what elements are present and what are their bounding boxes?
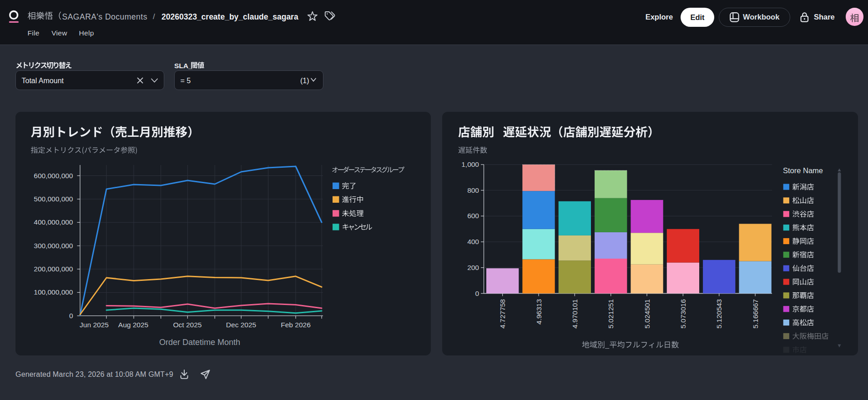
svg-text:5.073016: 5.073016 bbox=[679, 299, 687, 329]
svg-text:4.970101: 4.970101 bbox=[571, 299, 579, 329]
svg-text:5.120543: 5.120543 bbox=[715, 299, 723, 329]
svg-text:Jun 2025: Jun 2025 bbox=[80, 321, 109, 329]
svg-text:1,000: 1,000 bbox=[461, 160, 479, 168]
svg-text:600,000,000: 600,000,000 bbox=[34, 172, 73, 180]
svg-text:4.96313: 4.96313 bbox=[535, 299, 543, 325]
svg-text:Feb 2026: Feb 2026 bbox=[281, 321, 311, 329]
svg-text:5.166667: 5.166667 bbox=[752, 299, 759, 329]
svg-text:Dec 2025: Dec 2025 bbox=[226, 321, 256, 329]
svg-text:400: 400 bbox=[467, 238, 479, 245]
svg-text:Store Name: Store Name bbox=[783, 166, 823, 175]
svg-text:Order Datetime Month: Order Datetime Month bbox=[159, 338, 240, 347]
svg-text:5.024501: 5.024501 bbox=[643, 299, 651, 329]
svg-text:0: 0 bbox=[475, 290, 479, 297]
svg-text:0: 0 bbox=[69, 312, 73, 320]
svg-text:500,000,000: 500,000,000 bbox=[34, 195, 73, 203]
svg-text:200,000,000: 200,000,000 bbox=[34, 265, 73, 273]
svg-text:800: 800 bbox=[467, 186, 479, 194]
svg-text:100,000,000: 100,000,000 bbox=[34, 288, 73, 296]
svg-text:400,000,000: 400,000,000 bbox=[34, 218, 73, 226]
svg-text:4.727758: 4.727758 bbox=[499, 299, 506, 329]
svg-text:5.021251: 5.021251 bbox=[607, 299, 615, 329]
svg-text:200: 200 bbox=[467, 264, 479, 271]
svg-text:600: 600 bbox=[467, 212, 479, 220]
svg-text:Oct 2025: Oct 2025 bbox=[173, 321, 202, 329]
svg-text:300,000,000: 300,000,000 bbox=[34, 242, 73, 250]
svg-text:Aug 2025: Aug 2025 bbox=[118, 321, 148, 329]
